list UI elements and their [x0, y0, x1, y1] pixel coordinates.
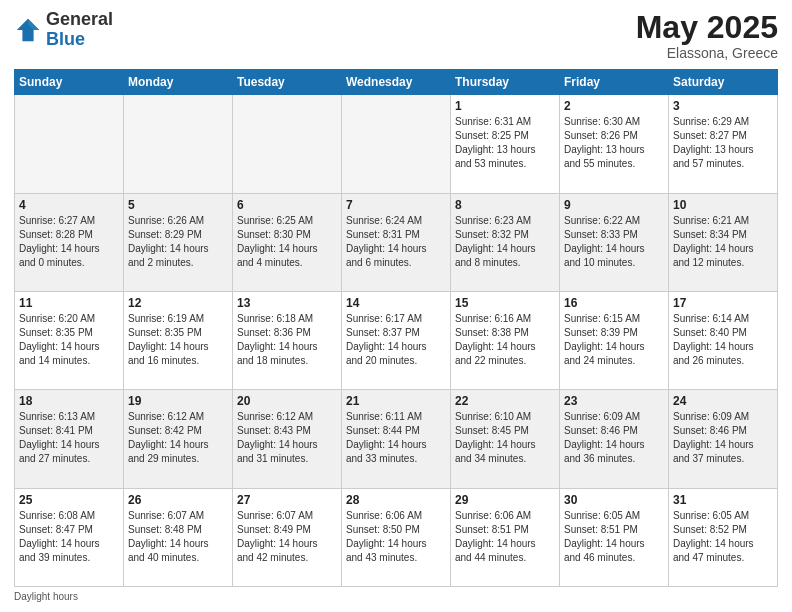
- calendar-cell: 29Sunrise: 6:06 AMSunset: 8:51 PMDayligh…: [451, 488, 560, 586]
- day-number: 13: [237, 296, 337, 310]
- calendar-cell: 3Sunrise: 6:29 AMSunset: 8:27 PMDaylight…: [669, 95, 778, 193]
- day-info: Sunrise: 6:29 AMSunset: 8:27 PMDaylight:…: [673, 115, 773, 171]
- logo-icon: [14, 16, 42, 44]
- day-number: 22: [455, 394, 555, 408]
- day-info: Sunrise: 6:12 AMSunset: 8:43 PMDaylight:…: [237, 410, 337, 466]
- day-number: 5: [128, 198, 228, 212]
- day-info: Sunrise: 6:09 AMSunset: 8:46 PMDaylight:…: [564, 410, 664, 466]
- day-info: Sunrise: 6:06 AMSunset: 8:50 PMDaylight:…: [346, 509, 446, 565]
- day-number: 8: [455, 198, 555, 212]
- header-sunday: Sunday: [15, 70, 124, 95]
- day-info: Sunrise: 6:14 AMSunset: 8:40 PMDaylight:…: [673, 312, 773, 368]
- header-friday: Friday: [560, 70, 669, 95]
- day-number: 17: [673, 296, 773, 310]
- calendar-cell: 12Sunrise: 6:19 AMSunset: 8:35 PMDayligh…: [124, 291, 233, 389]
- calendar-cell: 17Sunrise: 6:14 AMSunset: 8:40 PMDayligh…: [669, 291, 778, 389]
- calendar-cell: 5Sunrise: 6:26 AMSunset: 8:29 PMDaylight…: [124, 193, 233, 291]
- header: General Blue May 2025 Elassona, Greece: [14, 10, 778, 61]
- day-number: 20: [237, 394, 337, 408]
- title-block: May 2025 Elassona, Greece: [636, 10, 778, 61]
- day-number: 4: [19, 198, 119, 212]
- day-info: Sunrise: 6:16 AMSunset: 8:38 PMDaylight:…: [455, 312, 555, 368]
- logo: General Blue: [14, 10, 113, 50]
- day-info: Sunrise: 6:12 AMSunset: 8:42 PMDaylight:…: [128, 410, 228, 466]
- day-info: Sunrise: 6:11 AMSunset: 8:44 PMDaylight:…: [346, 410, 446, 466]
- weekday-header-row: Sunday Monday Tuesday Wednesday Thursday…: [15, 70, 778, 95]
- day-info: Sunrise: 6:19 AMSunset: 8:35 PMDaylight:…: [128, 312, 228, 368]
- day-info: Sunrise: 6:21 AMSunset: 8:34 PMDaylight:…: [673, 214, 773, 270]
- calendar-cell: 2Sunrise: 6:30 AMSunset: 8:26 PMDaylight…: [560, 95, 669, 193]
- calendar-cell: 15Sunrise: 6:16 AMSunset: 8:38 PMDayligh…: [451, 291, 560, 389]
- day-info: Sunrise: 6:23 AMSunset: 8:32 PMDaylight:…: [455, 214, 555, 270]
- day-number: 15: [455, 296, 555, 310]
- day-number: 2: [564, 99, 664, 113]
- calendar-cell: 4Sunrise: 6:27 AMSunset: 8:28 PMDaylight…: [15, 193, 124, 291]
- calendar-cell: 23Sunrise: 6:09 AMSunset: 8:46 PMDayligh…: [560, 390, 669, 488]
- day-number: 31: [673, 493, 773, 507]
- day-info: Sunrise: 6:13 AMSunset: 8:41 PMDaylight:…: [19, 410, 119, 466]
- day-number: 23: [564, 394, 664, 408]
- day-info: Sunrise: 6:08 AMSunset: 8:47 PMDaylight:…: [19, 509, 119, 565]
- location: Elassona, Greece: [636, 45, 778, 61]
- calendar-cell: 31Sunrise: 6:05 AMSunset: 8:52 PMDayligh…: [669, 488, 778, 586]
- calendar-cell: [342, 95, 451, 193]
- calendar-cell: 27Sunrise: 6:07 AMSunset: 8:49 PMDayligh…: [233, 488, 342, 586]
- calendar-cell: 13Sunrise: 6:18 AMSunset: 8:36 PMDayligh…: [233, 291, 342, 389]
- page: General Blue May 2025 Elassona, Greece S…: [0, 0, 792, 612]
- header-wednesday: Wednesday: [342, 70, 451, 95]
- day-info: Sunrise: 6:09 AMSunset: 8:46 PMDaylight:…: [673, 410, 773, 466]
- calendar-table: Sunday Monday Tuesday Wednesday Thursday…: [14, 69, 778, 587]
- day-info: Sunrise: 6:24 AMSunset: 8:31 PMDaylight:…: [346, 214, 446, 270]
- calendar-cell: 11Sunrise: 6:20 AMSunset: 8:35 PMDayligh…: [15, 291, 124, 389]
- day-number: 16: [564, 296, 664, 310]
- day-info: Sunrise: 6:25 AMSunset: 8:30 PMDaylight:…: [237, 214, 337, 270]
- day-info: Sunrise: 6:17 AMSunset: 8:37 PMDaylight:…: [346, 312, 446, 368]
- calendar-cell: 24Sunrise: 6:09 AMSunset: 8:46 PMDayligh…: [669, 390, 778, 488]
- day-info: Sunrise: 6:10 AMSunset: 8:45 PMDaylight:…: [455, 410, 555, 466]
- day-number: 1: [455, 99, 555, 113]
- day-number: 27: [237, 493, 337, 507]
- calendar-week-row: 25Sunrise: 6:08 AMSunset: 8:47 PMDayligh…: [15, 488, 778, 586]
- day-info: Sunrise: 6:07 AMSunset: 8:48 PMDaylight:…: [128, 509, 228, 565]
- calendar-cell: 26Sunrise: 6:07 AMSunset: 8:48 PMDayligh…: [124, 488, 233, 586]
- day-info: Sunrise: 6:26 AMSunset: 8:29 PMDaylight:…: [128, 214, 228, 270]
- calendar-cell: 1Sunrise: 6:31 AMSunset: 8:25 PMDaylight…: [451, 95, 560, 193]
- month-title: May 2025: [636, 10, 778, 45]
- calendar-week-row: 18Sunrise: 6:13 AMSunset: 8:41 PMDayligh…: [15, 390, 778, 488]
- day-number: 26: [128, 493, 228, 507]
- calendar-cell: [124, 95, 233, 193]
- day-number: 30: [564, 493, 664, 507]
- calendar-week-row: 11Sunrise: 6:20 AMSunset: 8:35 PMDayligh…: [15, 291, 778, 389]
- day-info: Sunrise: 6:31 AMSunset: 8:25 PMDaylight:…: [455, 115, 555, 171]
- calendar-cell: 7Sunrise: 6:24 AMSunset: 8:31 PMDaylight…: [342, 193, 451, 291]
- day-number: 24: [673, 394, 773, 408]
- calendar-cell: 8Sunrise: 6:23 AMSunset: 8:32 PMDaylight…: [451, 193, 560, 291]
- day-number: 19: [128, 394, 228, 408]
- day-number: 10: [673, 198, 773, 212]
- calendar-cell: 28Sunrise: 6:06 AMSunset: 8:50 PMDayligh…: [342, 488, 451, 586]
- calendar-cell: 10Sunrise: 6:21 AMSunset: 8:34 PMDayligh…: [669, 193, 778, 291]
- calendar-week-row: 4Sunrise: 6:27 AMSunset: 8:28 PMDaylight…: [15, 193, 778, 291]
- header-thursday: Thursday: [451, 70, 560, 95]
- calendar-week-row: 1Sunrise: 6:31 AMSunset: 8:25 PMDaylight…: [15, 95, 778, 193]
- day-info: Sunrise: 6:15 AMSunset: 8:39 PMDaylight:…: [564, 312, 664, 368]
- header-saturday: Saturday: [669, 70, 778, 95]
- day-number: 6: [237, 198, 337, 212]
- day-info: Sunrise: 6:05 AMSunset: 8:52 PMDaylight:…: [673, 509, 773, 565]
- calendar-cell: 9Sunrise: 6:22 AMSunset: 8:33 PMDaylight…: [560, 193, 669, 291]
- day-number: 14: [346, 296, 446, 310]
- day-info: Sunrise: 6:22 AMSunset: 8:33 PMDaylight:…: [564, 214, 664, 270]
- calendar-cell: 21Sunrise: 6:11 AMSunset: 8:44 PMDayligh…: [342, 390, 451, 488]
- day-info: Sunrise: 6:07 AMSunset: 8:49 PMDaylight:…: [237, 509, 337, 565]
- day-info: Sunrise: 6:27 AMSunset: 8:28 PMDaylight:…: [19, 214, 119, 270]
- calendar-cell: 18Sunrise: 6:13 AMSunset: 8:41 PMDayligh…: [15, 390, 124, 488]
- calendar-cell: [233, 95, 342, 193]
- header-tuesday: Tuesday: [233, 70, 342, 95]
- day-info: Sunrise: 6:20 AMSunset: 8:35 PMDaylight:…: [19, 312, 119, 368]
- day-number: 21: [346, 394, 446, 408]
- calendar-cell: 20Sunrise: 6:12 AMSunset: 8:43 PMDayligh…: [233, 390, 342, 488]
- day-number: 25: [19, 493, 119, 507]
- header-monday: Monday: [124, 70, 233, 95]
- calendar-cell: 14Sunrise: 6:17 AMSunset: 8:37 PMDayligh…: [342, 291, 451, 389]
- day-info: Sunrise: 6:18 AMSunset: 8:36 PMDaylight:…: [237, 312, 337, 368]
